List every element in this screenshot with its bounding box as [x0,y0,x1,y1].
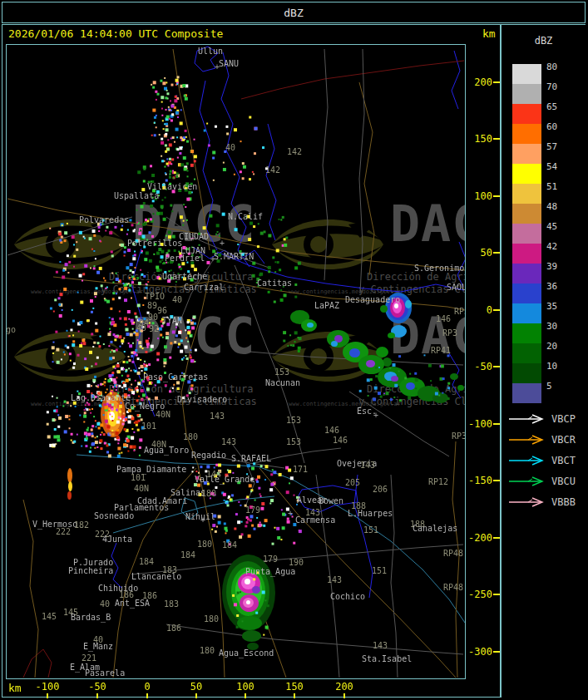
right-axis-tick-label: -250 [468,589,492,599]
route-label-190: 190 [289,559,304,567]
route-label-180: 180 [201,490,216,498]
place-label-cochico: Cochico [330,593,365,601]
station-marker-icon: + [200,517,205,524]
dbz-swatch-48 [512,204,541,224]
dbz-swatch-35 [512,303,541,323]
bottom-axis-tick [96,693,98,698]
place-label-pasarela: Pasarela [85,669,125,678]
window-title: dBZ [2,7,585,19]
route-label-221: 221 [82,654,96,663]
right-axis-tick [493,309,500,311]
dbz-swatch-45 [512,224,541,244]
place-label-ant-esa: Ant_ESA [115,599,150,608]
vector-label: VBBB [551,496,576,508]
right-axis-tick-label: 150 [474,134,492,144]
dbz-value-label: 54 [546,162,557,171]
right-axis-tick-label: -200 [468,533,492,543]
route-label-151: 151 [372,567,387,575]
bottom-axis-tick [146,693,148,698]
place-label-lag-diamante: Lag.Diamante [71,394,131,402]
dbz-swatch-36 [512,283,541,303]
route-label-186: 186 [166,624,181,633]
right-axis-tick-label: 0 [487,305,492,315]
route-label-40: 40 [93,636,103,644]
place-label-bowen: Bowen [319,497,343,505]
dbz-swatch-70 [512,84,541,104]
station-marker-icon: + [210,256,215,263]
vector-legend-row-vbcr: VBCR [508,433,585,445]
place-label-catitas: Catitas [257,279,292,288]
route-label-182: 182 [74,521,89,530]
place-label-uspallata: Uspallata [114,192,159,200]
route-label-180: 180 [200,647,215,655]
dbz-value-label: 30 [546,322,557,331]
vbct-arrow-icon [508,455,546,466]
route-label-40: 40 [225,144,235,152]
route-label-183: 183 [164,600,179,609]
dbz-value-label: 42 [546,242,557,251]
dbz-swatch-57 [512,144,541,164]
route-label-143: 143 [360,461,375,470]
dbz-swatch-20 [512,343,541,363]
bottom-axis-tick-label: -50 [88,681,106,693]
route-label-184: 184 [180,551,195,560]
radar-echoes-layer [7,45,465,678]
route-label-184: 184 [139,558,154,566]
route-label-171: 171 [293,466,308,474]
place-label-ciudad: CIUDAD [179,233,209,241]
place-label-ugarteche: Ugarteche [162,273,207,281]
right-axis-tick-label: -150 [468,476,492,486]
place-label-villavicen: Villavicen [147,183,197,191]
place-label-pampa-diamante: Pampa_Diamante [116,466,186,474]
route-label-179: 179 [245,506,260,515]
route-label-rp3: RP3 [442,329,457,338]
dbz-swatch-65 [512,104,541,124]
dbz-swatch-60 [512,124,541,144]
station-marker-icon: + [215,64,220,71]
title-bar: dBZ [2,2,586,23]
dbz-value-label: 80 [546,62,557,71]
route-label-92: 92 [149,325,159,333]
station-marker-icon: + [220,240,225,247]
route-label-101: 101 [131,474,146,482]
station-marker-icon: + [373,412,378,419]
vbcr-arrow-icon [508,434,546,446]
place-label-llancanelo: Llancanelo [131,573,181,581]
dbz-value-label: 45 [546,222,557,231]
route-label-89: 89 [147,302,157,310]
route-label-143: 143 [210,412,225,421]
right-axis-tick [493,594,500,595]
place-label-polvaredas: Polvaredas [79,216,129,224]
right-axis: 200150100500-50-100-150-200-250-300 [465,44,500,678]
right-axis-tick-label: 100 [474,191,492,201]
route-label-142: 142 [265,166,280,175]
place-label-valle-grande: Valle_Grande [195,476,254,484]
route-label-180: 180 [204,615,219,624]
vector-label: VBCU [551,476,576,487]
dbz-value-label: 70 [546,82,557,91]
dbz-swatch-10 [512,363,541,383]
legend-title: dBZ [502,35,586,47]
dbz-swatch-39 [512,264,541,283]
place-label-l-huarpes: L.Huarpes [348,510,393,518]
dbz-value-label: 48 [546,202,557,211]
place-label-ullun: Ullun [198,47,223,56]
route-label-146: 146 [333,436,348,445]
route-label-143: 143 [221,438,236,446]
route-label-142: 142 [287,148,302,156]
dbz-value-label: 36 [546,282,557,291]
place-label-tyan: TYAN [162,317,182,325]
place-label-carrizal: Carrizal [184,283,224,292]
route-label-tpio: TPIO [145,293,165,301]
place-label-agua-toro: Agua_Toro [144,446,189,455]
vector-label: VBCP [551,413,576,425]
right-axis-tick-label: 50 [481,248,492,258]
dbz-swatch-30 [512,323,541,343]
vector-legend-row-vbcp: VBCP [508,412,585,424]
timestamp-label: 2026/01/06 14:04:00 UTC Composite [8,27,223,40]
bottom-axis-tick [195,693,197,698]
place-label-lapaz: LaPAZ [314,302,339,310]
reflectivity-legend-panel: dBZ 807065605754514845423936353020105 VB… [502,25,586,698]
place-label-s-martin: S.MARTIN [214,253,254,261]
dbz-swatch-5 [512,383,541,403]
